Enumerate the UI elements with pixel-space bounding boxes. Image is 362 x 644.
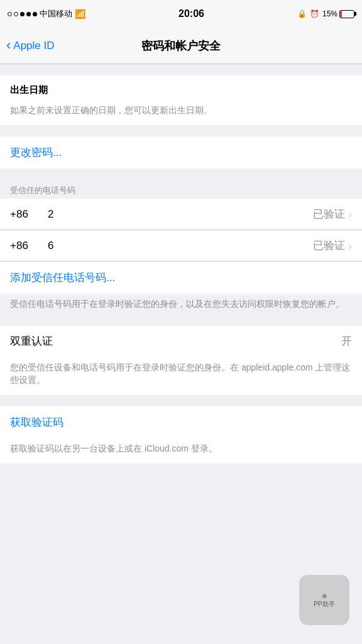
alarm-icon: ⏰ [310,9,319,18]
change-password-section: 更改密码... [0,136,362,169]
chevron-right-icon-2: › [349,240,352,251]
status-left: 中国移动 📶 [8,8,85,19]
back-label: Apple ID [13,40,54,52]
phone-subtext-section: 受信任电话号码用于在登录时验证您的身份，以及在您失去访问权限时恢复您的帐户。 [0,294,362,319]
birthday-header: 出生日期 [0,75,362,100]
watermark: ⊕ PP助手 [299,575,349,625]
phone-number-1: 2 [48,208,313,221]
phone-code-2: +86 [10,240,48,252]
change-password-link[interactable]: 更改密码... [10,136,62,169]
birthday-subtext: 如果之前未设置正确的日期，您可以更新出生日期。 [0,100,362,125]
two-factor-subtext: 您的受信任设备和电话号码用于在登录时验证您的身份。在 appleid.apple… [0,357,362,396]
birthday-section: 出生日期 如果之前未设置正确的日期，您可以更新出生日期。 [0,75,362,125]
phone-code-1: +86 [10,208,48,221]
status-time: 20:06 [178,8,204,19]
two-factor-section: 双重认证 开 您的受信任设备和电话号码用于在登录时验证您的身份。在 applei… [0,326,362,396]
gap-4 [0,319,362,326]
change-password-item[interactable]: 更改密码... [0,136,362,169]
two-factor-label: 双重认证 [10,334,341,348]
carrier-label: 中国移动 [40,8,72,19]
chevron-right-icon-1: › [349,209,352,219]
two-factor-value: 开 [341,334,352,348]
nav-title: 密码和帐户安全 [141,38,221,53]
get-code-item[interactable]: 获取验证码 [0,406,362,438]
add-phone-link[interactable]: 添加受信任电话号码... [10,262,115,294]
battery-icon [339,10,354,18]
trusted-phones-section: +86 2 已验证 › +86 6 已验证 › 添加受信任电话号码... [0,199,362,294]
get-code-subtext: 获取验证码以在另一台设备上或在 iCloud.com 登录。 [0,438,362,464]
two-factor-row: 双重认证 开 [0,326,362,357]
add-phone-item[interactable]: 添加受信任电话号码... [0,262,362,294]
phone-row-1[interactable]: +86 2 已验证 › [0,199,362,230]
gap-5 [0,395,362,406]
watermark-text: ⊕ PP助手 [314,592,334,608]
trusted-phone-label: 受信任的电话号码 [0,180,362,199]
get-code-section: 获取验证码 获取验证码以在另一台设备上或在 iCloud.com 登录。 [0,406,362,464]
content-area: 出生日期 如果之前未设置正确的日期，您可以更新出生日期。 更改密码... 受信任… [0,64,362,644]
wifi-icon: 📶 [75,9,85,19]
nav-bar: ‹ Apple ID 密码和帐户安全 [0,28,362,64]
gap-2 [0,125,362,136]
status-right: 🔒 ⏰ 15% [297,9,354,18]
battery-percent: 15% [322,9,337,18]
signal-icon [8,12,37,16]
phone-subtext: 受信任电话号码用于在登录时验证您的身份，以及在您失去访问权限时恢复您的帐户。 [0,294,362,319]
battery: 15% [322,9,354,18]
status-bar: 中国移动 📶 20:06 🔒 ⏰ 15% [0,0,362,28]
gap-3 [0,169,362,180]
phone-row-2[interactable]: +86 6 已验证 › [0,230,362,262]
phone-number-2: 6 [48,240,313,252]
back-button[interactable]: ‹ Apple ID [6,40,55,52]
back-chevron-icon: ‹ [6,38,11,52]
phone-status-1: 已验证 [313,207,345,221]
phone-status-2: 已验证 [313,238,345,253]
get-code-link[interactable]: 获取验证码 [10,416,63,428]
gap-1 [0,64,362,75]
gap-bottom [0,464,362,514]
lock-icon: 🔒 [297,9,307,18]
